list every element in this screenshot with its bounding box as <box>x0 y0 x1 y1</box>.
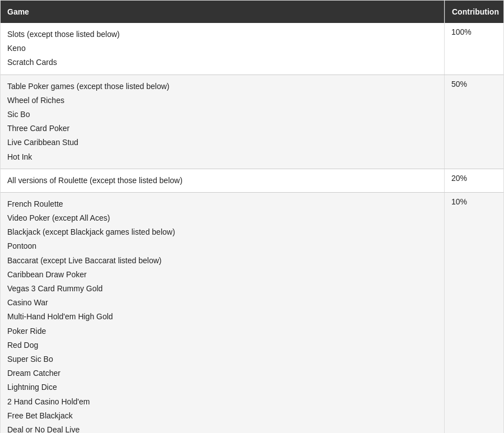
contribution-value: 50% <box>445 75 503 169</box>
table-row-group: Slots (except those listed below)KenoScr… <box>1 23 503 75</box>
game-item: French Roulette <box>7 197 437 211</box>
game-item: Super Sic Bo <box>7 352 437 366</box>
game-item: Three Card Poker <box>7 122 437 136</box>
table-row-group: Table Poker games (except those listed b… <box>1 75 503 169</box>
game-item: Keno <box>7 41 437 55</box>
game-item: Red Dog <box>7 338 437 352</box>
game-item: Multi-Hand Hold'em High Gold <box>7 310 437 324</box>
game-item: Vegas 3 Card Rummy Gold <box>7 282 437 296</box>
game-list: Slots (except those listed below)KenoScr… <box>1 23 445 75</box>
game-item: Wheel of Riches <box>7 94 437 108</box>
game-list: French RouletteVideo Poker (except All A… <box>1 193 445 433</box>
game-item: Casino War <box>7 296 437 310</box>
game-item: Table Poker games (except those listed b… <box>7 80 437 94</box>
contribution-table: Game Contribution Slots (except those li… <box>0 0 504 433</box>
game-item: Blackjack (except Blackjack games listed… <box>7 225 437 239</box>
table-header: Game Contribution <box>1 1 503 23</box>
game-item: Sic Bo <box>7 108 437 122</box>
game-item: Pontoon <box>7 239 437 253</box>
game-item: Hot Ink <box>7 150 437 164</box>
table-body: Slots (except those listed below)KenoScr… <box>1 23 503 433</box>
table-row-group: French RouletteVideo Poker (except All A… <box>1 193 503 433</box>
header-contribution: Contribution <box>445 1 503 23</box>
game-item: Live Caribbean Stud <box>7 136 437 150</box>
game-item: Video Poker (except All Aces) <box>7 211 437 225</box>
game-list: Table Poker games (except those listed b… <box>1 75 445 169</box>
game-item: 2 Hand Casino Hold'em <box>7 395 437 409</box>
game-item: Lightning Dice <box>7 380 437 394</box>
game-item: Baccarat (except Live Baccarat listed be… <box>7 254 437 268</box>
game-item: Deal or No Deal Live <box>7 423 437 433</box>
contribution-value: 10% <box>445 193 503 433</box>
game-list: All versions of Roulette (except those l… <box>1 169 445 192</box>
game-item: Caribbean Draw Poker <box>7 268 437 282</box>
game-item: Free Bet Blackjack <box>7 409 437 423</box>
game-item: Slots (except those listed below) <box>7 27 437 41</box>
game-item: Scratch Cards <box>7 55 437 69</box>
contribution-value: 100% <box>445 23 503 75</box>
game-item: All versions of Roulette (except those l… <box>7 174 437 188</box>
game-item: Dream Catcher <box>7 366 437 380</box>
header-game: Game <box>1 1 445 23</box>
game-item: Poker Ride <box>7 324 437 338</box>
contribution-value: 20% <box>445 169 503 192</box>
table-row-group: All versions of Roulette (except those l… <box>1 169 503 193</box>
